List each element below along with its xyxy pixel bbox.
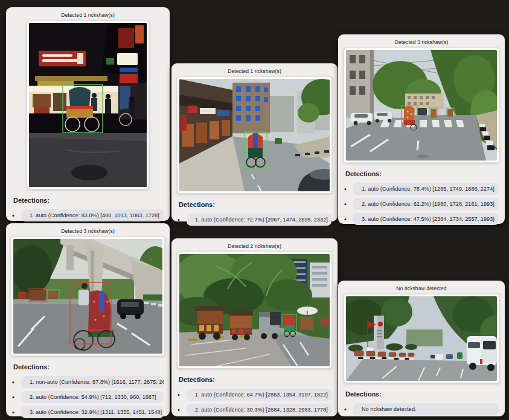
- panel-title: Detected 1 rickshaw(s): [178, 68, 331, 74]
- detections-heading: Detections:: [179, 376, 331, 383]
- detections-list: •1. non-auto (Confidence: 87.8%) [1616, …: [12, 373, 164, 420]
- result-panel: Detected 3 rickshaw(s): [338, 34, 505, 224]
- photo-frame: [344, 294, 499, 383]
- detection-item: •3. auto (Confidence: 47.5%) [2384, 1734…: [344, 213, 499, 225]
- photo-wide-boulevard-monument-van: [346, 296, 497, 381]
- detections-list: •1. auto (Confidence: 78.4%) [1285, 1749…: [344, 180, 499, 228]
- result-panel: Detected 3 rickshaw(s): [6, 223, 170, 416]
- photo-frame: [27, 21, 149, 189]
- detection-pill: 3. auto (Confidence: 32.9%) [1311, 1355,…: [21, 406, 164, 418]
- bullet-dot: •: [12, 409, 16, 416]
- photo-frame: [11, 237, 165, 356]
- photo-metro-viaduct-cycle-rickshaw: [13, 239, 162, 354]
- detection-pill: 2. auto (Confidence: 30.3%) [2684, 1328,…: [187, 404, 331, 416]
- detection-pill: 1. auto (Confidence: 64.7%) [2863, 1354,…: [187, 389, 331, 401]
- photo-daytime-shophouse-street-rickshaw: [179, 79, 330, 191]
- result-panel: Detected 1 rickshaw(s): [171, 63, 338, 221]
- detection-item: •1. auto (Confidence: 64.7%) [2863, 1354…: [178, 389, 331, 401]
- detection-item: •2. auto (Confidence: 30.3%) [2684, 1328…: [178, 404, 331, 416]
- detections-heading: Detections:: [345, 170, 499, 177]
- detection-pill: 1. auto (Confidence: 78.4%) [1285, 1749,…: [353, 183, 499, 195]
- detections-list: •No rickshaw detected.: [344, 400, 499, 418]
- detection-pill: 1. non-auto (Confidence: 87.8%) [1616, 1…: [21, 376, 164, 388]
- result-panel: No rickshaw detected: [338, 281, 505, 416]
- bullet-dot: •: [344, 406, 348, 413]
- detections-list: •1. auto (Confidence: 72.7%) [2067, 1474…: [178, 211, 331, 229]
- result-panel: Detected 2 rickshaw(s): [171, 238, 338, 416]
- bullet-dot: •: [12, 379, 16, 386]
- detection-pill: 2. auto (Confidence: 62.2%) [1980, 1728,…: [353, 198, 499, 210]
- detection-item: •2. auto (Confidence: 62.2%) [1980, 1728…: [344, 198, 499, 210]
- bullet-dot: •: [344, 201, 348, 208]
- detection-item: •No rickshaw detected.: [344, 403, 499, 415]
- detection-item: •1. auto (Confidence: 78.4%) [1285, 1749…: [344, 183, 499, 195]
- detection-pill: 2. auto (Confidence: 54.9%) [712, 1330, …: [21, 391, 164, 403]
- bullet-dot: •: [344, 186, 348, 192]
- detection-pill: 1. auto (Confidence: 72.7%) [2067, 1474,…: [187, 214, 331, 226]
- bullet-dot: •: [178, 407, 181, 413]
- photo-roadside-food-carts-palms: [179, 254, 330, 366]
- photo-night-street-market-rickshaw: [29, 23, 147, 187]
- bullet-dot: •: [12, 212, 16, 219]
- detections-list: •1. auto (Confidence: 64.7%) [2863, 1354…: [178, 386, 331, 419]
- detection-pill: 1. auto (Confidence: 83.0%) [480, 1013, …: [21, 209, 164, 221]
- detection-item: •1. auto (Confidence: 72.7%) [2067, 1474…: [178, 214, 331, 226]
- detection-results-board: Detected 1 rickshaw(s): [0, 0, 509, 420]
- photo-frame: [177, 252, 332, 369]
- panel-title: Detected 1 rickshaw(s): [12, 12, 164, 18]
- photo-tree-lined-road-crosswalk-rickshaws: [346, 50, 497, 161]
- detection-item: •3. auto (Confidence: 32.9%) [1311, 1355…: [12, 406, 164, 418]
- result-panel: Detected 1 rickshaw(s): [6, 7, 170, 221]
- photo-frame: [344, 48, 499, 163]
- detections-heading: Detections:: [179, 201, 331, 208]
- detections-list: •1. auto (Confidence: 83.0%) [480, 1013,…: [12, 206, 164, 224]
- detections-heading: Detections:: [13, 363, 164, 371]
- detections-heading: Detections:: [345, 390, 499, 398]
- bullet-dot: •: [178, 217, 181, 223]
- panel-title: No rickshaw detected: [344, 285, 499, 291]
- bullet-dot: •: [12, 394, 16, 401]
- photo-frame: [177, 77, 332, 194]
- detection-pill: 3. auto (Confidence: 47.5%) [2384, 1734,…: [353, 213, 499, 225]
- bullet-dot: •: [344, 216, 348, 223]
- detection-pill: No rickshaw detected.: [353, 403, 499, 415]
- detection-item: •2. auto (Confidence: 54.9%) [712, 1330,…: [12, 391, 164, 403]
- detection-item: •1. non-auto (Confidence: 87.8%) [1616, …: [12, 376, 164, 388]
- panel-title: Detected 3 rickshaw(s): [344, 39, 499, 45]
- panel-title: Detected 2 rickshaw(s): [178, 243, 331, 249]
- bullet-dot: •: [178, 392, 181, 398]
- panel-title: Detected 3 rickshaw(s): [12, 228, 164, 234]
- detection-item: •1. auto (Confidence: 83.0%) [480, 1013,…: [12, 209, 164, 221]
- detections-heading: Detections:: [13, 197, 164, 204]
